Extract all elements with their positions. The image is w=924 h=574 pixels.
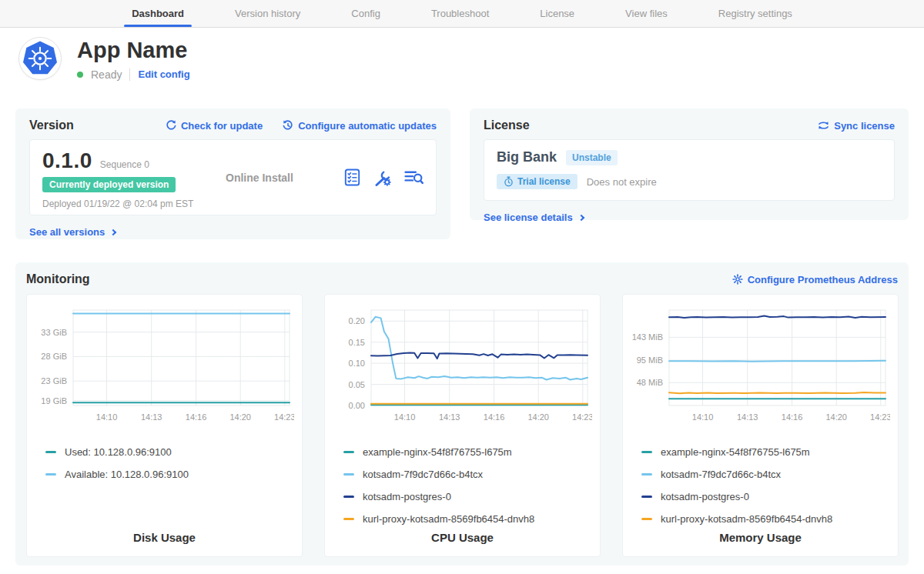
- memory-usage-legend: example-nginx-54f8f76755-l675mkotsadm-7f…: [632, 441, 889, 530]
- license-type-badge: Trial license: [497, 174, 578, 189]
- version-number: 0.1.0: [42, 149, 92, 173]
- see-license-details-link[interactable]: See license details: [484, 212, 584, 223]
- deployed-version-panel: 0.1.0 Sequence 0 Currently deployed vers…: [29, 139, 437, 215]
- sync-icon: [818, 120, 829, 131]
- disk-usage-chart: 19 GiB23 GiB28 GiB33 GiB14:1014:1314:161…: [36, 304, 294, 433]
- svg-text:0.05: 0.05: [349, 380, 365, 389]
- view-logs-icon[interactable]: [404, 169, 424, 185]
- preflight-checklist-icon[interactable]: [344, 169, 360, 186]
- cpu-usage-legend: example-nginx-54f8f76755-l675mkotsadm-7f…: [334, 441, 591, 530]
- tab-dashboard[interactable]: Dashboard: [129, 0, 187, 27]
- tab-registry-settings[interactable]: Registry settings: [715, 0, 795, 27]
- app-avatar: [18, 37, 62, 80]
- legend-label: kotsadm-postgres-0: [363, 491, 451, 502]
- cpu-usage-panel: 0.000.050.100.150.2014:1014:1314:1614:20…: [324, 294, 601, 557]
- memory-usage-panel: 48 MiB95 MiB143 MiB14:1014:1314:1614:201…: [622, 294, 899, 557]
- top-navigation: Dashboard Version history Config Trouble…: [0, 0, 924, 28]
- gear-icon: [732, 274, 743, 285]
- svg-text:0.10: 0.10: [349, 359, 365, 368]
- legend-swatch: [641, 473, 652, 476]
- svg-text:14:23: 14:23: [274, 412, 294, 422]
- legend-item: kurl-proxy-kotsadm-8569fb6454-dnvh8: [632, 508, 889, 530]
- sequence-label: Sequence 0: [100, 159, 149, 170]
- chevron-right-icon: [578, 214, 584, 220]
- legend-item: example-nginx-54f8f76755-l675m: [632, 441, 889, 463]
- legend-item: kotsadm-postgres-0: [632, 486, 889, 508]
- channel-badge: Unstable: [566, 150, 618, 165]
- monitoring-title: Monitoring: [26, 272, 90, 286]
- tab-version-history[interactable]: Version history: [232, 0, 303, 27]
- legend-item: Available: 10.128.0.96:9100: [36, 463, 293, 486]
- edit-config-link[interactable]: Edit config: [138, 68, 189, 80]
- legend-item: kotsadm-postgres-0: [334, 486, 591, 508]
- license-card: License Sync license Big Bank Unstable: [470, 108, 909, 220]
- legend-swatch: [343, 496, 354, 498]
- svg-text:143 MiB: 143 MiB: [632, 332, 663, 342]
- see-all-versions-link[interactable]: See all versions: [29, 226, 116, 238]
- svg-text:14:20: 14:20: [527, 412, 549, 422]
- tab-view-files[interactable]: View files: [622, 0, 671, 27]
- license-card-title: License: [484, 118, 530, 132]
- svg-text:14:20: 14:20: [229, 412, 251, 422]
- svg-text:19 GiB: 19 GiB: [41, 396, 67, 405]
- svg-text:14:20: 14:20: [825, 412, 847, 422]
- app-header-text: App Name Ready Edit config: [77, 37, 190, 81]
- version-card-title: Version: [29, 118, 74, 132]
- license-panel: Big Bank Unstable Trial license Does not…: [484, 139, 895, 201]
- legend-swatch: [641, 518, 652, 520]
- stopwatch-icon: [504, 176, 514, 187]
- tab-troubleshoot[interactable]: Troubleshoot: [428, 0, 492, 27]
- disk-usage-panel: 19 GiB23 GiB28 GiB33 GiB14:1014:1314:161…: [26, 294, 303, 557]
- svg-text:14:23: 14:23: [572, 412, 592, 422]
- svg-text:14:10: 14:10: [692, 412, 714, 422]
- svg-text:14:13: 14:13: [737, 412, 758, 422]
- legend-item: Used: 10.128.0.96:9100: [36, 441, 293, 463]
- monitoring-section: Monitoring Configure Prometheus Address …: [15, 262, 909, 566]
- check-for-update-link[interactable]: Check for update: [166, 120, 263, 132]
- legend-item: kotsadm-7f9dc7d66c-b4tcx: [632, 463, 889, 486]
- legend-item: example-nginx-54f8f76755-l675m: [334, 441, 591, 463]
- kubernetes-helm-icon: [22, 41, 58, 76]
- legend-swatch: [641, 496, 652, 498]
- legend-label: kurl-proxy-kotsadm-8569fb6454-dnvh8: [363, 513, 534, 525]
- customer-name: Big Bank: [497, 149, 557, 165]
- version-card: Version Check for update Configure autom…: [15, 108, 450, 239]
- chevron-right-icon: [110, 229, 116, 235]
- status-text: Ready: [91, 68, 122, 81]
- svg-text:14:23: 14:23: [870, 412, 890, 422]
- svg-text:14:13: 14:13: [141, 412, 162, 422]
- page-title: App Name: [77, 38, 190, 63]
- divider: [129, 68, 130, 81]
- clock-refresh-icon: [283, 120, 293, 131]
- deployed-timestamp: Deployed 01/19/22 @ 02:04 pm EST: [42, 199, 226, 209]
- legend-label: kurl-proxy-kotsadm-8569fb6454-dnvh8: [661, 513, 832, 525]
- svg-text:33 GiB: 33 GiB: [41, 328, 67, 337]
- disk-usage-title: Disk Usage: [36, 531, 293, 549]
- edit-config-wrench-icon[interactable]: [373, 169, 391, 186]
- svg-text:0.15: 0.15: [349, 338, 365, 347]
- refresh-icon: [166, 120, 176, 131]
- svg-text:95 MiB: 95 MiB: [637, 355, 663, 365]
- configure-auto-updates-link[interactable]: Configure automatic updates: [283, 120, 437, 132]
- configure-prometheus-link[interactable]: Configure Prometheus Address: [732, 274, 898, 285]
- legend-label: Available: 10.128.0.96:9100: [65, 469, 189, 480]
- svg-text:14:10: 14:10: [394, 412, 416, 422]
- legend-label: example-nginx-54f8f76755-l675m: [661, 446, 810, 458]
- tab-license[interactable]: License: [537, 0, 578, 27]
- install-type-label: Online Install: [226, 149, 344, 206]
- legend-item: kotsadm-7f9dc7d66c-b4tcx: [334, 463, 591, 486]
- svg-text:28 GiB: 28 GiB: [41, 352, 67, 361]
- status-dot-icon: [77, 72, 83, 78]
- svg-text:0.00: 0.00: [349, 401, 365, 410]
- legend-swatch: [343, 451, 354, 453]
- legend-label: kotsadm-7f9dc7d66c-b4tcx: [363, 469, 483, 480]
- svg-text:0.20: 0.20: [349, 316, 365, 325]
- legend-label: example-nginx-54f8f76755-l675m: [363, 446, 512, 458]
- tab-config[interactable]: Config: [348, 0, 383, 27]
- sync-license-link[interactable]: Sync license: [818, 120, 895, 132]
- svg-text:23 GiB: 23 GiB: [41, 376, 67, 385]
- svg-text:14:16: 14:16: [782, 412, 803, 422]
- legend-swatch: [343, 518, 354, 520]
- memory-usage-chart: 48 MiB95 MiB143 MiB14:1014:1314:1614:201…: [632, 304, 890, 433]
- legend-swatch: [343, 473, 354, 476]
